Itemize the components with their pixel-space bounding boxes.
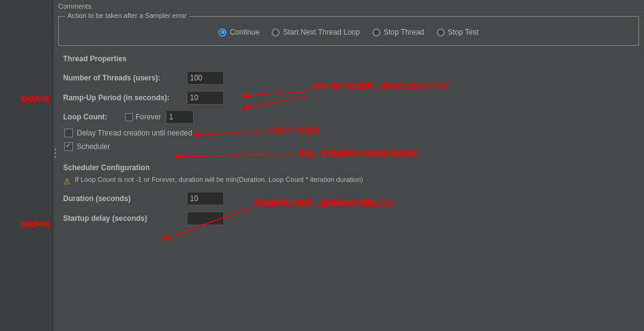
thread-properties-section: Thread Properties Number of Threads (use… <box>58 49 639 158</box>
forever-label: Forever <box>135 113 161 121</box>
radio-stop-thread-circle <box>372 28 380 37</box>
duration-row: Duration (seconds) <box>63 191 634 206</box>
scheduler-checkbox[interactable] <box>64 142 73 151</box>
startup-label: 启动时间 <box>20 94 49 105</box>
radio-group: Continue Start Next Thread Loop Stop Thr… <box>66 22 631 40</box>
radio-stop-thread[interactable]: Stop Thread <box>372 28 424 37</box>
grip-dot <box>54 152 56 154</box>
grip-dot <box>54 156 56 158</box>
num-threads-row: Number of Threads (users): <box>63 71 634 85</box>
loop-count-row: Loop Count: Forever <box>63 110 634 124</box>
num-threads-input[interactable] <box>187 71 224 85</box>
radio-continue-circle <box>218 28 226 37</box>
ramp-up-label: Ramp-Up Period (in seconds): <box>63 93 187 102</box>
duration-label: Duration (seconds) <box>63 194 187 203</box>
ramp-up-row: Ramp-Up Period (in seconds): <box>63 90 634 105</box>
warning-row: ⚠ If Loop Count is not -1 or Forever, du… <box>63 176 634 186</box>
resize-handle[interactable] <box>54 148 56 158</box>
content-area: Comments: Action to be taken after a Sam… <box>53 0 644 331</box>
loop-count-input[interactable] <box>166 110 194 124</box>
radio-start-next-label: Start Next Thread Loop <box>283 28 360 37</box>
thread-properties-header: Thread Properties <box>63 52 634 66</box>
startup-delay-input[interactable] <box>187 212 224 225</box>
num-threads-label: Number of Threads (users): <box>63 74 187 82</box>
radio-continue[interactable]: Continue <box>218 28 259 37</box>
comments-label: Comments: <box>58 2 93 10</box>
duration-label: 持续时间 <box>20 220 49 230</box>
grip-dot <box>54 148 56 150</box>
left-label-area: 启动时间 持续时间 <box>0 0 53 331</box>
delay-thread-row[interactable]: Delay Thread creation until needed <box>63 129 634 137</box>
radio-stop-test-label: Stop Test <box>448 28 479 37</box>
scheduler-row[interactable]: Scheduler <box>63 142 634 151</box>
duration-input[interactable] <box>187 192 224 205</box>
action-section: Action to be taken after a Sampler error… <box>58 16 639 46</box>
startup-delay-row: Startup delay (seconds) <box>63 211 634 226</box>
radio-stop-test[interactable]: Stop Test <box>437 28 479 37</box>
delay-thread-checkbox[interactable] <box>64 129 73 137</box>
scheduler-config-section: Scheduler Configuration ⚠ If Loop Count … <box>58 161 639 233</box>
radio-stop-test-circle <box>437 28 445 37</box>
forever-checkbox[interactable] <box>125 113 133 121</box>
radio-start-next[interactable]: Start Next Thread Loop <box>272 28 360 37</box>
scheduler-label: Scheduler <box>77 142 110 151</box>
ramp-up-input[interactable] <box>187 91 224 105</box>
radio-start-next-circle <box>272 28 280 37</box>
scheduler-config-header: Scheduler Configuration <box>63 163 634 172</box>
comments-bar: Comments: <box>53 0 644 12</box>
warning-text: If Loop Count is not -1 or Forever, dura… <box>75 176 363 183</box>
main-container: 启动时间 持续时间 Comments: Action to be taken a… <box>0 0 644 331</box>
warning-icon: ⚠ <box>63 176 71 186</box>
radio-continue-label: Continue <box>230 28 259 37</box>
loop-count-label: Loop Count: <box>63 113 125 121</box>
delay-thread-label: Delay Thread creation until needed <box>77 129 192 137</box>
startup-delay-label: Startup delay (seconds) <box>63 214 187 223</box>
radio-stop-thread-label: Stop Thread <box>384 28 424 37</box>
action-section-title: Action to be taken after a Sampler error <box>65 12 189 19</box>
